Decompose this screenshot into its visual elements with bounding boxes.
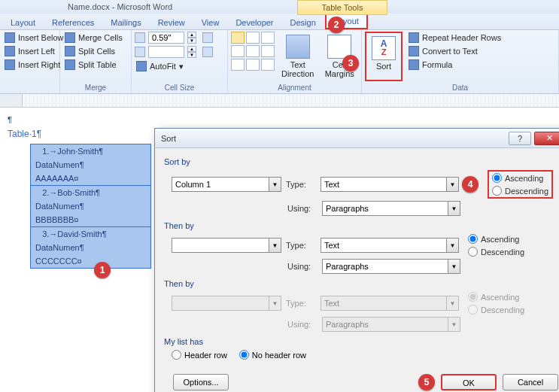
cancel-button[interactable]: Cancel [503, 374, 558, 390]
window-title-bar: Name.docx - Microsoft Word [0, 0, 559, 14]
repeat-header-icon [409, 32, 419, 43]
horizontal-ruler[interactable] [0, 94, 559, 108]
sort-az-icon: AZ [372, 36, 396, 60]
formula-icon [409, 59, 419, 70]
split-table-icon [65, 59, 75, 70]
descending-radio[interactable]: Descending [492, 186, 548, 196]
height-icon [135, 32, 145, 43]
no-header-row-radio[interactable]: No header row [239, 350, 306, 360]
group-alignment-label: Alignment [228, 83, 361, 93]
callout-4: 4 [462, 176, 478, 193]
window-title: Name.docx - Microsoft Word [68, 2, 172, 11]
tab-references[interactable]: References [44, 16, 102, 29]
ribbon: Insert Below Insert Left Insert Right Me… [0, 30, 559, 94]
row-height-spin[interactable]: ▲▼ [135, 32, 213, 44]
insert-right-button[interactable]: Insert Right [3, 59, 65, 71]
tab-developer[interactable]: Developer [228, 16, 281, 29]
dialog-help-button[interactable]: ? [509, 132, 531, 145]
sortby-label: Sort by [164, 154, 558, 168]
descending-radio[interactable]: Descending [468, 247, 524, 257]
chevron-down-icon[interactable]: ▼ [447, 238, 459, 253]
thenby2-type-combo: ▼ [321, 296, 459, 311]
insert-left-button[interactable]: Insert Left [3, 45, 65, 57]
callout-2: 2 [328, 17, 345, 33]
repeat-header-button[interactable]: Repeat Header Rows [407, 32, 503, 44]
descending-radio: Descending [468, 305, 524, 315]
insert-below-icon [5, 32, 15, 43]
split-cells-icon [65, 46, 75, 56]
callout-5: 5 [418, 374, 435, 390]
chevron-down-icon[interactable]: ▼ [269, 238, 281, 253]
tab-mailings[interactable]: Mailings [103, 16, 148, 29]
thenby-type-combo[interactable]: ▼ [321, 238, 459, 253]
options-button[interactable]: Options... [173, 374, 229, 390]
dialog-title-bar[interactable]: Sort ? ✕ [155, 129, 559, 148]
group-data-label: Data [362, 83, 558, 93]
chevron-down-icon[interactable]: ▼ [448, 201, 460, 216]
dialog-close-button[interactable]: ✕ [534, 132, 559, 145]
doc-table[interactable]: 1.→John·Smith¶ DataNumen¶ AAAAAAA¤ 2.→Bo… [30, 144, 151, 269]
sortby-field-combo[interactable]: ▼ [172, 177, 281, 192]
tab-review[interactable]: Review [150, 16, 193, 29]
autofit-icon [136, 61, 147, 71]
sort-button[interactable]: AZ Sort [368, 35, 400, 72]
ascending-radio[interactable]: Ascending [492, 173, 548, 183]
sortby-direction-group: Ascending Descending [488, 170, 553, 199]
callout-1: 1 [94, 262, 111, 278]
ribbon-tabstrip: Layout References Mailings Review View D… [0, 14, 559, 30]
split-table-button[interactable]: Split Table [63, 59, 124, 71]
thenby2-field-combo: ▼ [172, 296, 281, 311]
col-width-spin[interactable]: ▲▼ [135, 46, 213, 58]
thenby2-direction-group: Ascending Descending [468, 292, 524, 315]
group-merge-label: Merge [60, 83, 131, 93]
autofit-button[interactable]: AutoFit ▾ [135, 60, 213, 72]
table-cell: 1.→John·Smith¶ DataNumen¶ AAAAAAA¤ [31, 144, 151, 186]
width-icon [135, 47, 145, 57]
insert-left-icon [5, 46, 15, 56]
thenby-label: Then by [164, 218, 558, 232]
tab-table-design[interactable]: Design [283, 16, 324, 29]
col-width-input[interactable] [148, 46, 184, 58]
thenby2-using-combo: ▼ [322, 317, 460, 332]
distribute-rows-icon[interactable] [202, 32, 213, 43]
merge-cells-icon [65, 32, 75, 43]
row-height-input[interactable] [148, 32, 184, 44]
alignment-grid[interactable] [231, 32, 275, 81]
chevron-down-icon[interactable]: ▼ [447, 177, 459, 192]
group-cellsize-label: Cell Size [132, 83, 227, 93]
tab-page-layout[interactable]: Layout [3, 16, 43, 29]
ascending-radio[interactable]: Ascending [468, 234, 524, 244]
insert-below-button[interactable]: Insert Below [3, 32, 65, 44]
callout-3: 3 [342, 55, 359, 71]
formula-button[interactable]: Formula [407, 59, 503, 71]
table-cell: 2.→Bob·Smith¶ DataNumen¶ BBBBBBB¤ [31, 186, 151, 227]
chevron-down-icon[interactable]: ▼ [269, 177, 281, 192]
sort-dialog: Sort ? ✕ Sort by ▼ Type: ▼ 4 Ascending D… [154, 128, 559, 392]
contextual-tab-label: Table Tools [297, 0, 387, 15]
dialog-title: Sort [161, 134, 176, 143]
insert-right-icon [5, 59, 15, 70]
sortby-type-combo[interactable]: ▼ [321, 177, 459, 192]
split-cells-button[interactable]: Split Cells [63, 45, 124, 57]
thenby-field-combo[interactable]: ▼ [172, 238, 281, 253]
mylist-label: My list has [164, 334, 558, 348]
convert-text-icon [409, 46, 419, 56]
paragraph-mark: ¶ [8, 115, 559, 124]
thenby-direction-group: Ascending Descending [468, 234, 524, 257]
header-row-radio[interactable]: Header row [172, 350, 227, 360]
text-direction-icon [286, 35, 310, 59]
convert-text-button[interactable]: Convert to Text [407, 45, 503, 57]
sortby-using-combo[interactable]: ▼ [322, 201, 460, 216]
text-direction-button[interactable]: Text Direction [279, 32, 317, 81]
tab-view[interactable]: View [194, 16, 227, 29]
chevron-down-icon[interactable]: ▼ [448, 259, 460, 274]
thenby2-label: Then by [164, 276, 558, 290]
merge-cells-button[interactable]: Merge Cells [63, 32, 124, 44]
ascending-radio: Ascending [468, 292, 524, 302]
table-cell: 3.→David·Smith¶ DataNumen¶ CCCCCCC¤ [31, 227, 151, 269]
ok-button[interactable]: OK [441, 374, 497, 390]
thenby-using-combo[interactable]: ▼ [322, 259, 460, 274]
distribute-cols-icon[interactable] [202, 47, 213, 57]
